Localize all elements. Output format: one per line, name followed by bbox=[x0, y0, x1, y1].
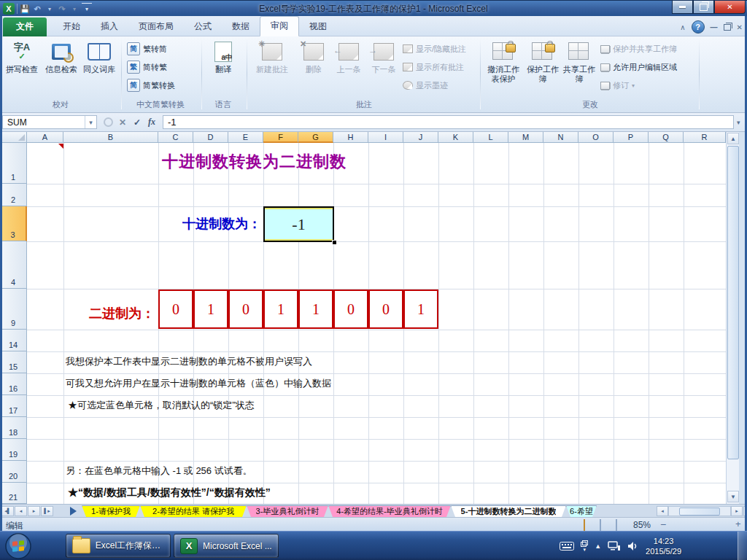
row-header[interactable]: 1 bbox=[0, 143, 27, 184]
zoom-level[interactable]: 85% bbox=[633, 520, 651, 530]
binary-cell[interactable]: 1 bbox=[403, 289, 438, 329]
row-header[interactable]: 19 bbox=[0, 439, 27, 461]
column-header-selected[interactable]: G bbox=[298, 132, 333, 143]
row-header[interactable]: 14 bbox=[0, 330, 27, 351]
column-header[interactable]: A bbox=[27, 132, 63, 143]
sheet-tab[interactable]: 1-请保护我 bbox=[82, 505, 140, 517]
hscroll-left-icon[interactable]: ◂ bbox=[657, 506, 668, 516]
spell-check-button[interactable]: 字A✓ 拼写检查 bbox=[3, 39, 41, 97]
name-box[interactable]: SUM ▾ bbox=[2, 115, 97, 129]
column-header[interactable]: K bbox=[438, 132, 473, 143]
sheet-tab[interactable]: 3-毕业典礼倒计时 bbox=[247, 505, 328, 517]
simp-to-trad-button[interactable]: 繁 简转繁 bbox=[127, 59, 167, 75]
tab-review[interactable]: 审阅 bbox=[260, 16, 299, 36]
column-header[interactable]: E bbox=[228, 132, 263, 143]
cancel-icon[interactable]: ✕ bbox=[116, 116, 129, 129]
research-button[interactable]: 信息检索 bbox=[42, 39, 80, 97]
column-header[interactable]: P bbox=[614, 132, 649, 143]
insert-function-icon[interactable]: fx bbox=[145, 116, 158, 129]
binary-cell[interactable]: 0 bbox=[333, 289, 368, 329]
volume-icon[interactable] bbox=[627, 541, 639, 551]
language-bar-icon[interactable]: ▾ bbox=[581, 540, 588, 553]
allow-users-edit-button[interactable]: 允许用户编辑区域 bbox=[600, 59, 677, 75]
last-sheet-icon[interactable]: ▌▸ bbox=[41, 506, 53, 516]
minimize-ribbon-icon[interactable]: ∧ bbox=[680, 23, 685, 31]
tab-insert[interactable]: 插入 bbox=[90, 18, 128, 36]
sheet-tab[interactable]: 4-希望的结果-毕业典礼倒计时 bbox=[328, 505, 451, 517]
column-header[interactable]: J bbox=[403, 132, 438, 143]
row-header[interactable]: 16 bbox=[0, 373, 27, 395]
column-header[interactable]: R bbox=[684, 132, 726, 143]
row-header[interactable]: 9 bbox=[0, 289, 27, 330]
translate-button[interactable]: a中 翻译 bbox=[204, 39, 242, 97]
column-header[interactable]: D bbox=[193, 132, 228, 143]
sheet-tab-active[interactable]: 5-十进制数转换为二进制数 bbox=[451, 505, 566, 517]
row-header[interactable]: 18 bbox=[0, 417, 27, 439]
tab-home[interactable]: 开始 bbox=[53, 18, 90, 36]
show-hidden-icons[interactable]: ▲ bbox=[595, 542, 601, 550]
next-sheet-icon[interactable]: ▸ bbox=[28, 506, 40, 516]
page-layout-view-icon[interactable] bbox=[600, 519, 601, 531]
fill-handle[interactable] bbox=[332, 240, 337, 245]
column-header[interactable]: L bbox=[473, 132, 508, 143]
horizontal-scroll-thumb[interactable] bbox=[679, 508, 720, 516]
tab-page-layout[interactable]: 页面布局 bbox=[128, 18, 184, 36]
row-header[interactable]: 20 bbox=[0, 461, 27, 483]
restore-button[interactable] bbox=[693, 1, 714, 14]
zoom-out-icon[interactable]: − bbox=[660, 518, 666, 530]
network-icon[interactable] bbox=[608, 541, 621, 551]
select-all-corner[interactable] bbox=[0, 132, 27, 143]
name-box-dropdown-icon[interactable]: ▾ bbox=[85, 116, 96, 128]
column-header[interactable]: N bbox=[543, 132, 578, 143]
sheet-tab[interactable]: 2-希望的结果 请保护我 bbox=[140, 505, 247, 517]
taskbar-app-folder[interactable]: Excel工作簿保护... bbox=[66, 534, 171, 558]
start-button[interactable] bbox=[4, 532, 32, 560]
tab-data[interactable]: 数据 bbox=[222, 18, 260, 36]
minimize-button[interactable] bbox=[672, 1, 693, 14]
horizontal-scrollbar[interactable] bbox=[668, 506, 731, 516]
keyboard-icon[interactable] bbox=[560, 542, 574, 551]
column-header[interactable]: O bbox=[578, 132, 614, 143]
row-header[interactable]: 21 bbox=[0, 483, 27, 504]
tab-formulas[interactable]: 公式 bbox=[184, 18, 222, 36]
sheet-tab[interactable]: 6-希望 bbox=[566, 505, 597, 517]
thesaurus-button[interactable]: 同义词库 bbox=[80, 39, 118, 97]
trad-to-simp-button[interactable]: 简 繁转简 bbox=[127, 41, 167, 57]
protect-workbook-button[interactable]: 保护工作簿 bbox=[524, 39, 562, 97]
scroll-up-icon[interactable]: ▲ bbox=[727, 133, 739, 144]
taskbar-clock[interactable]: 14:23 2015/5/29 bbox=[646, 536, 681, 556]
unprotect-sheet-button[interactable]: 撤消工作表保护 bbox=[484, 39, 522, 97]
row-header[interactable]: 15 bbox=[0, 351, 27, 373]
zoom-in-icon[interactable]: + bbox=[735, 518, 741, 529]
workbook-close-icon[interactable]: ✕ bbox=[737, 23, 743, 31]
convert-button[interactable]: 简 简繁转换 bbox=[127, 77, 175, 93]
binary-cell[interactable]: 0 bbox=[158, 289, 193, 329]
taskbar-app-excel[interactable]: X Microsoft Excel ... bbox=[174, 534, 279, 558]
binary-cell[interactable]: 1 bbox=[193, 289, 228, 329]
decimal-input-cell[interactable]: -1 bbox=[263, 206, 334, 242]
close-button[interactable]: ✕ bbox=[714, 1, 746, 14]
column-header[interactable]: M bbox=[508, 132, 543, 143]
formula-input[interactable]: -1 bbox=[163, 115, 734, 129]
row-header[interactable]: 4 bbox=[0, 241, 27, 289]
enter-icon[interactable]: ✓ bbox=[131, 116, 144, 129]
column-header[interactable]: C bbox=[158, 132, 193, 143]
column-header-selected[interactable]: F bbox=[263, 132, 298, 143]
workbook-minimize-icon[interactable]: — bbox=[711, 23, 718, 31]
hscroll-right-icon[interactable]: ▸ bbox=[731, 506, 743, 516]
binary-cell[interactable]: 1 bbox=[298, 289, 333, 329]
show-desktop-button[interactable] bbox=[738, 532, 747, 560]
file-tab[interactable]: 文件 bbox=[3, 18, 47, 36]
column-header[interactable]: B bbox=[63, 132, 158, 143]
binary-cell[interactable]: 1 bbox=[263, 289, 298, 329]
page-break-view-icon[interactable] bbox=[616, 519, 617, 531]
first-sheet-icon[interactable]: ◂▌ bbox=[1, 506, 14, 516]
binary-cell[interactable]: 0 bbox=[228, 289, 263, 329]
workbook-restore-icon[interactable] bbox=[724, 24, 731, 31]
tab-view[interactable]: 视图 bbox=[299, 18, 337, 36]
row-header-selected[interactable]: 3 bbox=[0, 206, 27, 241]
vertical-scrollbar[interactable]: ▲ ▼ bbox=[726, 132, 739, 504]
vertical-scroll-thumb[interactable] bbox=[727, 146, 739, 459]
help-icon[interactable]: ? bbox=[692, 20, 705, 34]
scroll-down-icon[interactable]: ▼ bbox=[727, 491, 739, 502]
